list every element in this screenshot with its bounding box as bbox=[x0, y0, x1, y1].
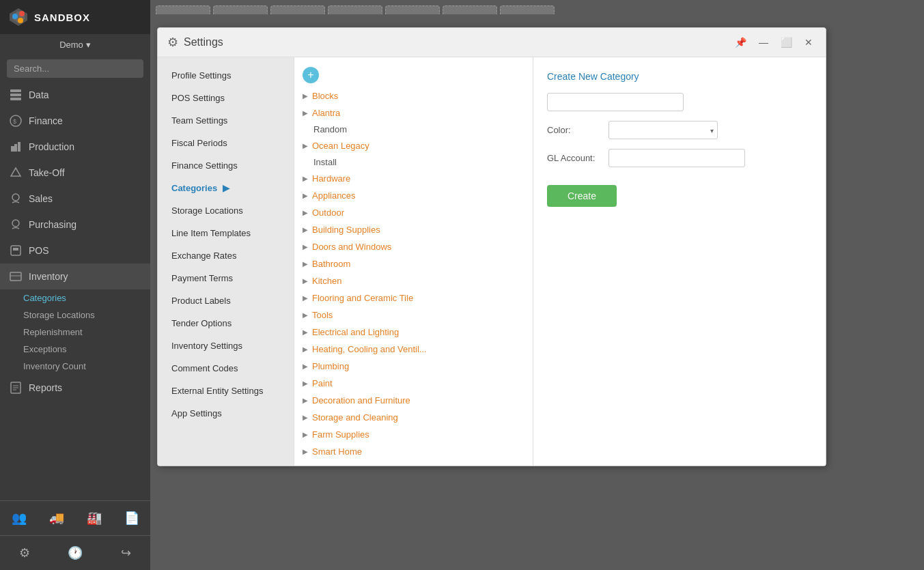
list-item[interactable]: ▶ Tools bbox=[294, 307, 533, 324]
list-item[interactable]: ▶ Heating, Cooling and Ventil... bbox=[294, 341, 533, 358]
sidebar-item-inventory[interactable]: Inventory bbox=[0, 263, 150, 289]
sales-icon bbox=[10, 193, 22, 205]
list-item[interactable]: ▶ Appliances bbox=[294, 187, 533, 204]
sidebar-item-pos[interactable]: POS bbox=[0, 238, 150, 263]
add-category-button[interactable]: + bbox=[303, 67, 319, 83]
user-menu[interactable]: Demo ▾ bbox=[0, 34, 150, 55]
create-button[interactable]: Create bbox=[547, 185, 617, 207]
expand-arrow-icon: ▶ bbox=[303, 277, 308, 285]
tab-4[interactable] bbox=[328, 5, 382, 14]
sidebar-subitem-exceptions[interactable]: Exceptions bbox=[14, 341, 150, 358]
settings-nav-external-entity[interactable]: External Entity Settings bbox=[158, 380, 294, 402]
svg-point-4 bbox=[18, 18, 23, 23]
sidebar-item-label: Data bbox=[29, 89, 49, 100]
svg-rect-12 bbox=[18, 142, 20, 152]
settings-nav-app-settings[interactable]: App Settings bbox=[158, 402, 294, 425]
users-icon[interactable]: 👥 bbox=[8, 507, 31, 530]
list-item[interactable]: ▶ Building Supplies bbox=[294, 221, 533, 238]
sidebar-subitem-inventory-count[interactable]: Inventory Count bbox=[14, 358, 150, 375]
truck-icon[interactable]: 🚚 bbox=[45, 507, 68, 530]
list-item[interactable]: ▶ Flooring and Ceramic Tile bbox=[294, 289, 533, 307]
finance-icon: $ bbox=[10, 115, 22, 127]
settings-nav-finance[interactable]: Finance Settings bbox=[158, 154, 294, 177]
modal-controls: 📌 — ⬜ ✕ bbox=[731, 35, 816, 49]
list-item[interactable]: ▶ Farm Supplies bbox=[294, 426, 533, 443]
sidebar-item-production[interactable]: Production bbox=[0, 134, 150, 160]
settings-nav: Profile Settings POS Settings Team Setti… bbox=[158, 57, 294, 466]
sidebar: SANDBOX Demo ▾ Data $ Finance Production… bbox=[0, 0, 150, 570]
settings-nav-exchange[interactable]: Exchange Rates bbox=[158, 244, 294, 267]
modal-body: Profile Settings POS Settings Team Setti… bbox=[158, 57, 826, 466]
sidebar-subitem-replenishment[interactable]: Replenishment bbox=[14, 324, 150, 341]
active-arrow: ▶ bbox=[223, 183, 229, 193]
settings-nav-team[interactable]: Team Settings bbox=[158, 109, 294, 132]
sidebar-item-finance[interactable]: $ Finance bbox=[0, 108, 150, 134]
search-input[interactable] bbox=[7, 59, 143, 78]
list-item[interactable]: ▶ Ocean Legacy bbox=[294, 137, 533, 154]
list-item[interactable]: ▶ Electrical and Lighting bbox=[294, 324, 533, 341]
svg-rect-5 bbox=[10, 89, 21, 92]
settings-nav-categories[interactable]: Categories ▶ bbox=[158, 177, 294, 199]
sidebar-subitem-categories[interactable]: Categories bbox=[14, 289, 150, 307]
sidebar-item-takeoff[interactable]: Take-Off bbox=[0, 160, 150, 186]
list-item[interactable]: ▶ Kitchen bbox=[294, 272, 533, 289]
settings-nav-pos[interactable]: POS Settings bbox=[158, 87, 294, 109]
sidebar-item-reports[interactable]: Reports bbox=[0, 375, 150, 401]
close-button[interactable]: ✕ bbox=[801, 35, 816, 49]
color-form-row: Color: ▾ bbox=[547, 121, 812, 139]
tab-3[interactable] bbox=[270, 5, 325, 14]
create-form-panel: Create New Category Color: ▾ bbox=[533, 57, 826, 466]
settings-nav-storage[interactable]: Storage Locations bbox=[158, 199, 294, 222]
sidebar-header: SANDBOX bbox=[0, 0, 150, 34]
sidebar-item-sales[interactable]: Sales bbox=[0, 186, 150, 212]
tab-1[interactable] bbox=[156, 5, 210, 14]
list-item[interactable]: ▶ Blocks bbox=[294, 87, 533, 104]
list-item[interactable]: Install bbox=[294, 154, 533, 170]
settings-nav-inventory-settings[interactable]: Inventory Settings bbox=[158, 334, 294, 357]
settings-nav-comment-codes[interactable]: Comment Codes bbox=[158, 357, 294, 380]
tab-5[interactable] bbox=[385, 5, 440, 14]
gl-account-form-row: GL Account: bbox=[547, 149, 812, 167]
minimize-button[interactable]: — bbox=[755, 35, 772, 49]
tab-2[interactable] bbox=[213, 5, 268, 14]
name-form-row bbox=[547, 93, 812, 111]
list-item[interactable]: ▶ Hardware bbox=[294, 170, 533, 187]
sidebar-item-purchasing[interactable]: Purchasing bbox=[0, 212, 150, 238]
category-name-input[interactable] bbox=[547, 93, 684, 111]
sidebar-subitem-storage-locations[interactable]: Storage Locations bbox=[14, 307, 150, 324]
settings-nav-profile[interactable]: Profile Settings bbox=[158, 64, 294, 87]
settings-nav-line-item[interactable]: Line Item Templates bbox=[158, 222, 294, 244]
clock-icon[interactable]: 🕐 bbox=[64, 541, 87, 565]
maximize-button[interactable]: ⬜ bbox=[777, 35, 796, 49]
list-item[interactable]: ▶ Bathroom bbox=[294, 255, 533, 272]
logout-icon[interactable]: ↪ bbox=[117, 541, 135, 565]
list-item[interactable]: ▶ Smart Home bbox=[294, 443, 533, 460]
tab-6[interactable] bbox=[443, 5, 497, 14]
data-icon bbox=[10, 89, 22, 101]
list-item[interactable]: Random bbox=[294, 122, 533, 137]
svg-point-14 bbox=[12, 194, 19, 201]
expand-arrow-icon: ▶ bbox=[303, 431, 308, 438]
list-item[interactable]: ▶ Alantra bbox=[294, 104, 533, 122]
list-item[interactable]: ▶ Plumbing bbox=[294, 358, 533, 375]
tab-7[interactable] bbox=[500, 5, 555, 14]
list-item[interactable]: ▶ Storage and Cleaning bbox=[294, 409, 533, 426]
settings-nav-fiscal[interactable]: Fiscal Periods bbox=[158, 132, 294, 154]
list-item[interactable]: ▶ Outdoor bbox=[294, 204, 533, 221]
settings-icon[interactable]: ⚙ bbox=[15, 541, 34, 565]
sidebar-item-data[interactable]: Data bbox=[0, 82, 150, 108]
settings-nav-tender[interactable]: Tender Options bbox=[158, 312, 294, 334]
list-item[interactable]: ▶ Decoration and Furniture bbox=[294, 392, 533, 409]
settings-nav-payment[interactable]: Payment Terms bbox=[158, 267, 294, 289]
pin-button[interactable]: 📌 bbox=[731, 35, 750, 49]
list-item[interactable]: ▶ Doors and Windows bbox=[294, 238, 533, 255]
expand-arrow-icon: ▶ bbox=[303, 142, 308, 149]
list-item[interactable]: ▶ Paint bbox=[294, 375, 533, 392]
modal-title-area: ⚙ Settings bbox=[167, 35, 223, 50]
gl-account-input[interactable] bbox=[608, 149, 745, 167]
document-icon[interactable]: 📄 bbox=[120, 507, 143, 530]
modal-title: Settings bbox=[184, 36, 223, 48]
factory-icon[interactable]: 🏭 bbox=[83, 507, 106, 530]
color-select[interactable] bbox=[608, 121, 718, 139]
settings-nav-product-labels[interactable]: Product Labels bbox=[158, 289, 294, 312]
